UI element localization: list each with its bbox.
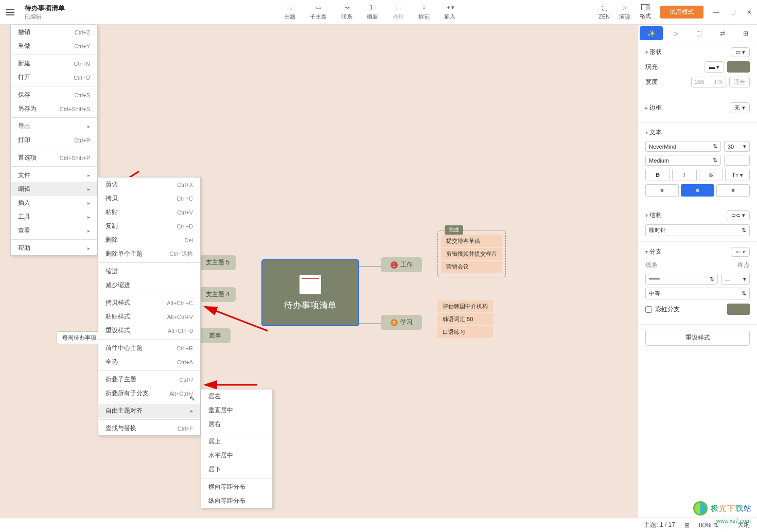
dist-v-item[interactable]: 纵向等距分布	[201, 494, 278, 508]
info-tab[interactable]: ⊞	[734, 25, 757, 42]
branch-color-swatch[interactable]	[727, 304, 750, 315]
map-tab[interactable]: ⇄	[711, 25, 734, 42]
structure-select[interactable]: 顺时针⇅	[645, 224, 750, 236]
align-right-item[interactable]: 居右	[201, 417, 278, 431]
font-select[interactable]: NeverMind⇅	[645, 141, 721, 152]
zoom-control[interactable]: 80% ⇅	[699, 522, 718, 529]
new-item[interactable]: 新建Ctrl+N	[11, 57, 97, 70]
align-center-button[interactable]: ≡	[681, 184, 714, 197]
hamburger-button[interactable]	[0, 0, 21, 25]
central-topic[interactable]: 待办事项清单	[261, 259, 359, 326]
width-input[interactable]: 238PX	[691, 77, 726, 87]
slideshow-tab[interactable]: ▷	[664, 25, 688, 42]
save-item[interactable]: 保存Ctrl+S	[11, 88, 97, 102]
marker-button[interactable]: ☆标记	[418, 4, 430, 21]
align-right-button[interactable]: ≡	[716, 184, 750, 197]
duplicate-item[interactable]: 复制Ctrl+D	[98, 219, 200, 233]
export-item[interactable]: 导出▸	[11, 119, 97, 133]
tools-submenu[interactable]: 工具▸	[11, 210, 97, 224]
rainbow-checkbox[interactable]	[645, 306, 652, 313]
subtopic-5-node[interactable]: 支主题 5	[200, 255, 236, 270]
undo-item[interactable]: 撤销Ctrl+Z	[11, 25, 97, 39]
leaf-item[interactable]: 营销会议	[441, 261, 502, 273]
strike-button[interactable]: S	[699, 169, 724, 181]
leaf-item[interactable]: 口语练习	[437, 326, 493, 338]
topic-button[interactable]: ⬚主题	[284, 4, 295, 21]
leaf-item[interactable]: 评估韩国中介机构	[437, 300, 493, 312]
format-button[interactable]: 格式	[640, 4, 651, 20]
align-left-button[interactable]: ≡	[645, 184, 679, 197]
align-top-item[interactable]: 居上	[201, 435, 278, 449]
line-end-select[interactable]: —▾	[721, 274, 750, 285]
align-vcenter-item[interactable]: 垂直居中	[201, 403, 278, 417]
errand-node[interactable]: 差事	[200, 328, 231, 343]
weight-select[interactable]: Medium⇅	[645, 155, 721, 166]
case-button[interactable]: Tᴛ ▾	[725, 169, 750, 181]
italic-button[interactable]: I	[672, 169, 697, 181]
copy-item[interactable]: 拷贝Ctrl+C	[98, 191, 200, 205]
align-left-item[interactable]: 居左	[201, 389, 278, 403]
weekly-node[interactable]: 每周待办事项	[57, 331, 102, 344]
subtopic-4-node[interactable]: 支主题 4	[200, 287, 236, 302]
map-icon[interactable]: ⊞	[684, 522, 690, 529]
align-hcenter-item[interactable]: 水平居中	[201, 449, 278, 463]
relation-button[interactable]: ↝联系	[341, 4, 353, 21]
open-item[interactable]: 打开Ctrl+O	[11, 70, 97, 84]
pref-item[interactable]: 首选项Ctrl+Shift+P	[11, 151, 97, 165]
structure-icon-select[interactable]: ⊃⊂ ▾	[727, 210, 750, 220]
edit-submenu[interactable]: 编辑▸	[11, 182, 97, 196]
print-item[interactable]: 打印Ctrl+P	[11, 133, 97, 147]
cut-item[interactable]: 剪切Ctrl+X	[98, 178, 200, 191]
shape-select[interactable]: ▭ ▾	[731, 47, 750, 57]
maximize-button[interactable]: ☐	[729, 9, 736, 16]
reset-style-item[interactable]: 重设样式Alt+Ctrl+0	[98, 324, 200, 338]
delete-item[interactable]: 删除Del	[98, 233, 200, 247]
line-width-select[interactable]: 中等⇅	[645, 288, 750, 299]
card-tab[interactable]: ⬚	[688, 25, 711, 42]
bold-button[interactable]: B	[645, 169, 670, 181]
fold-all-item[interactable]: 折叠所有子分支Alt+Ctrl+/	[98, 386, 200, 400]
delete-single-item[interactable]: 删除单个主题Ctrl+退格	[98, 247, 200, 261]
close-button[interactable]: ✕	[746, 9, 753, 16]
fill-color-swatch[interactable]	[727, 61, 750, 73]
align-free-item[interactable]: 自由主题对齐▸	[98, 404, 200, 418]
insert-button[interactable]: ＋▾插入	[444, 4, 455, 21]
leaf-item[interactable]: 提交博客草稿	[441, 235, 502, 247]
select-all-item[interactable]: 全选Ctrl+A	[98, 355, 200, 369]
fold-sub-item[interactable]: 折叠子主题Ctrl+/	[98, 373, 200, 386]
indent-item[interactable]: 缩进	[98, 264, 200, 278]
fit-button[interactable]: 适合	[729, 77, 750, 87]
paste-style-item[interactable]: 粘贴样式Alt+Ctrl+V	[98, 310, 200, 324]
subtopic-button[interactable]: ▭子主题	[310, 4, 327, 21]
line-style-select[interactable]: ━━━⇅	[645, 274, 718, 285]
work-group[interactable]: 提交博客草稿 剪辑视频并提交样片 营销会议	[437, 230, 506, 277]
help-submenu[interactable]: 帮助▸	[11, 241, 97, 255]
saveas-item[interactable]: 另存为Ctrl+Shift+S	[11, 102, 97, 116]
fontsize-select[interactable]: 30▾	[724, 141, 750, 152]
leaf-item[interactable]: 韩语词汇 50	[437, 313, 493, 325]
dist-h-item[interactable]: 横向等距分布	[201, 480, 278, 494]
copy-style-item[interactable]: 拷贝样式Alt+Ctrl+C	[98, 296, 200, 310]
file-submenu[interactable]: 文件▸	[11, 168, 97, 182]
fill-type-select[interactable]: ▬ ▾	[705, 61, 724, 73]
redo-item[interactable]: 重做Ctrl+Y	[11, 39, 97, 53]
border-select[interactable]: 无 ▾	[730, 102, 750, 113]
zen-button[interactable]: ⛶ZEN	[598, 5, 610, 20]
reset-style-button[interactable]: 重设样式	[645, 330, 750, 346]
branch-icon-select[interactable]: ⟜ ▾	[731, 247, 750, 257]
leaf-item[interactable]: 剪辑视频并提交样片	[441, 248, 502, 260]
insert-submenu[interactable]: 插入▸	[11, 196, 97, 210]
paste-item[interactable]: 粘贴Ctrl+V	[98, 205, 200, 219]
trial-button[interactable]: 试用模式	[660, 6, 703, 19]
summary-button[interactable]: ]□概要	[367, 4, 378, 21]
view-submenu[interactable]: 查看▸	[11, 224, 97, 238]
align-bottom-item[interactable]: 居下	[201, 463, 278, 476]
work-node[interactable]: 1工作	[381, 257, 422, 272]
goto-center-item[interactable]: 前往中心主题Ctrl+R	[98, 341, 200, 355]
topic-count[interactable]: 主题: 1 / 17	[644, 521, 675, 529]
find-item[interactable]: 查找与替换Ctrl+F	[98, 421, 200, 435]
style-tab[interactable]: ✨	[640, 26, 663, 40]
minimize-button[interactable]: —	[713, 9, 720, 16]
study-node[interactable]: 2学习	[381, 315, 422, 330]
text-color[interactable]	[724, 155, 750, 166]
